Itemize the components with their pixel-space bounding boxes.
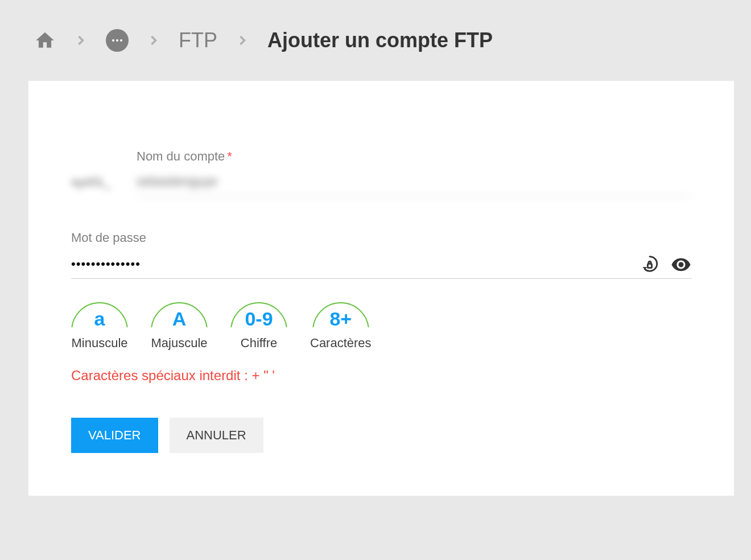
account-name-input[interactable]	[137, 170, 691, 196]
password-row: Mot de passe	[71, 230, 691, 279]
indicator-length-symbol: 8+	[329, 308, 352, 327]
breadcrumb: FTP Ajouter un compte FTP	[0, 0, 751, 81]
chevron-right-icon	[73, 32, 89, 48]
indicator-digit: 0-9 Chiffre	[230, 299, 287, 351]
password-label: Mot de passe	[71, 230, 691, 245]
indicator-lowercase-label: Minuscule	[71, 336, 127, 351]
account-prefix: xyz01_	[71, 175, 137, 196]
indicator-uppercase-label: Majuscule	[151, 336, 207, 351]
svg-point-0	[112, 39, 114, 42]
cancel-button[interactable]: ANNULER	[170, 418, 263, 453]
button-row: VALIDER ANNULER	[71, 418, 691, 453]
indicator-uppercase-symbol: A	[172, 308, 187, 327]
breadcrumb-ftp[interactable]: FTP	[179, 28, 217, 52]
required-indicator: *	[227, 149, 232, 163]
special-chars-warning: Caractères spéciaux interdit : + " '	[71, 368, 691, 384]
indicator-length: 8+ Caractères	[310, 299, 372, 351]
chevron-right-icon	[146, 32, 162, 48]
generate-password-icon[interactable]	[640, 255, 659, 274]
svg-rect-3	[647, 264, 651, 268]
breadcrumb-current: Ajouter un compte FTP	[267, 28, 493, 52]
indicator-lowercase: a Minuscule	[71, 299, 128, 351]
indicator-lowercase-symbol: a	[94, 308, 105, 327]
ellipsis-icon[interactable]	[106, 29, 129, 52]
svg-point-1	[116, 39, 118, 42]
account-name-row: xyz01_ Nom du compte*	[71, 149, 691, 196]
password-input[interactable]	[71, 251, 640, 278]
chevron-right-icon	[234, 32, 250, 48]
svg-point-2	[120, 39, 122, 42]
form-card: xyz01_ Nom du compte* Mot de passe	[28, 81, 734, 496]
home-icon[interactable]	[34, 30, 56, 51]
indicator-digit-symbol: 0-9	[245, 308, 273, 327]
toggle-password-visibility-icon[interactable]	[671, 254, 691, 275]
indicator-uppercase: A Majuscule	[151, 299, 208, 351]
indicator-digit-label: Chiffre	[241, 336, 277, 351]
password-strength-indicators: a Minuscule A Majuscule 0-9 Chiffre 8+ C…	[71, 299, 691, 351]
account-name-label: Nom du compte*	[137, 149, 691, 164]
indicator-length-label: Caractères	[310, 336, 372, 351]
submit-button[interactable]: VALIDER	[71, 418, 158, 453]
